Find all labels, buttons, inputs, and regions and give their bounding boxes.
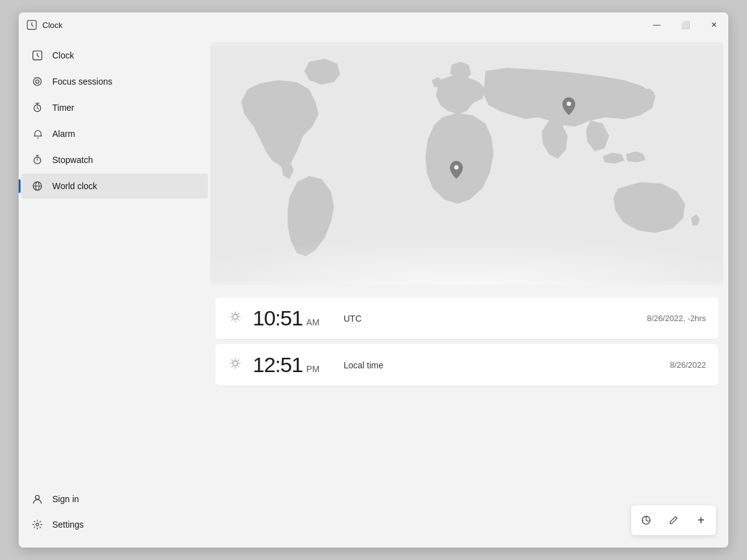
utc-label: UTC (344, 314, 637, 324)
stopwatch-icon (31, 154, 44, 166)
svg-point-2 (34, 78, 42, 86)
clock-icon (31, 49, 44, 62)
app-icon (26, 19, 37, 30)
sidebar-item-clock[interactable]: Clock (21, 43, 208, 68)
local-label: Local time (344, 360, 660, 370)
utc-ampm: AM (306, 317, 319, 327)
compare-button[interactable] (634, 508, 659, 533)
utc-time: 10:51 AM (253, 306, 334, 330)
person-icon (31, 493, 44, 505)
sidebar-item-settings[interactable]: Settings (21, 512, 208, 537)
focus-icon (31, 75, 44, 88)
svg-point-14 (233, 361, 238, 366)
edit-button[interactable] (661, 508, 686, 533)
content-area: 10:51 AM UTC 8/26/2022, -2hrs (210, 37, 728, 548)
sidebar: Clock Focus sessions (19, 37, 210, 548)
sidebar-worldclock-label: World clock (52, 181, 97, 191)
sidebar-stopwatch-label: Stopwatch (52, 155, 93, 165)
maximize-button[interactable]: ⬜ (671, 12, 700, 37)
map-glow (210, 210, 723, 285)
sun-icon-utc (228, 310, 243, 326)
svg-point-3 (35, 80, 39, 83)
svg-point-12 (454, 165, 459, 169)
bottom-toolbar: + (631, 505, 716, 535)
content-wrapper: 10:51 AM UTC 8/26/2022, -2hrs (210, 37, 728, 548)
worldclock-icon (31, 180, 44, 192)
main-content: Clock Focus sessions (19, 37, 728, 548)
svg-point-8 (35, 495, 39, 499)
add-button[interactable]: + (688, 508, 713, 533)
sun-icon-local (228, 357, 243, 373)
svg-point-9 (36, 523, 39, 526)
svg-point-13 (233, 314, 238, 319)
sidebar-item-timer[interactable]: Timer (21, 95, 208, 120)
sidebar-focus-label: Focus sessions (52, 77, 112, 86)
sidebar-alarm-label: Alarm (52, 129, 75, 139)
sidebar-bottom: Sign in Settings (19, 481, 210, 543)
settings-icon (31, 518, 44, 531)
svg-point-11 (566, 101, 571, 106)
alarm-icon (31, 128, 44, 140)
titlebar-left: Clock (26, 19, 63, 30)
signin-label: Sign in (52, 494, 79, 504)
sidebar-item-worldclock[interactable]: World clock (21, 174, 208, 198)
titlebar: Clock — ⬜ ✕ (19, 12, 728, 37)
window-controls: — ⬜ ✕ (642, 12, 728, 37)
titlebar-title: Clock (42, 21, 63, 30)
utc-date: 8/26/2022, -2hrs (647, 314, 706, 323)
sidebar-item-alarm[interactable]: Alarm (21, 121, 208, 146)
sidebar-item-focus[interactable]: Focus sessions (21, 69, 208, 94)
clock-card-utc: 10:51 AM UTC 8/26/2022, -2hrs (215, 297, 718, 339)
close-button[interactable]: ✕ (700, 12, 728, 37)
sidebar-item-stopwatch[interactable]: Stopwatch (21, 147, 208, 172)
minimize-button[interactable]: — (642, 12, 671, 37)
sidebar-item-signin[interactable]: Sign in (21, 487, 208, 511)
clock-card-local: 12:51 PM Local time 8/26/2022 (215, 344, 718, 386)
local-time: 12:51 PM (253, 353, 334, 377)
local-ampm: PM (306, 364, 319, 374)
local-date: 8/26/2022 (670, 360, 706, 370)
local-hour: 12:51 (253, 353, 303, 377)
sidebar-timer-label: Timer (52, 103, 74, 113)
settings-label: Settings (52, 520, 84, 530)
utc-hour: 10:51 (253, 306, 303, 330)
sidebar-clock-label: Clock (52, 50, 74, 60)
timer-icon (31, 101, 44, 114)
world-map (210, 42, 723, 285)
app-window: Clock — ⬜ ✕ Clock (19, 12, 728, 548)
